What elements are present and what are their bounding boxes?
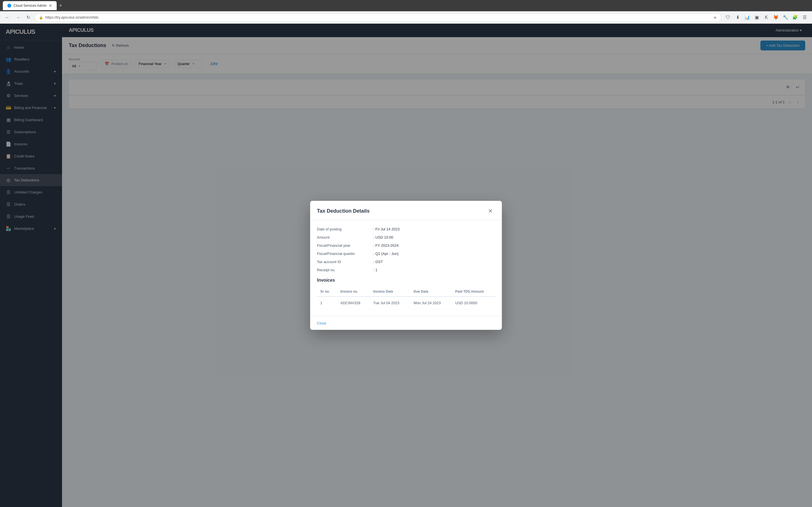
detail-label-amount: Amount: [317, 235, 373, 239]
td-due-date: Mon Jul 24 2023: [410, 297, 452, 309]
td-invoice-no: ADCINV328: [337, 297, 370, 309]
invoice-table-body: 1 ADCINV328 Tue Jul 04 2023 Mon Jul 24 2…: [317, 297, 495, 309]
browser-tab[interactable]: Cloud Services Admin ✕: [3, 1, 57, 10]
detail-value-fiscal-year: : FY 2023-2024: [373, 243, 398, 247]
settings-icon[interactable]: 🔧: [781, 13, 790, 21]
extension-icon[interactable]: 🦊: [772, 13, 780, 21]
sidebar-toggle-icon[interactable]: 📊: [743, 13, 751, 21]
th-due-date: Due Date: [410, 287, 452, 297]
th-sr-no: Sr no.: [317, 287, 337, 297]
modal-body: Date of posting : Fri Jul 14 2023 Amount…: [310, 220, 502, 316]
invoice-table: Sr no. Invoice no. Invoice Date Due Date…: [317, 287, 495, 309]
browser-toolbar: ← → ↻ 🔒 https://try.apiculus.io/admin/#/…: [0, 11, 812, 24]
tax-deduction-modal: Tax Deduction Details ✕ Date of posting …: [310, 201, 502, 330]
detail-label-fiscal-quarter: Fiscal/Financial quarter: [317, 251, 373, 256]
modal-footer: Close: [310, 316, 502, 330]
detail-row-tax-account-id: Tax account ID : GST: [317, 260, 495, 264]
download-icon[interactable]: ⬇: [733, 13, 742, 21]
nav-forward-button[interactable]: →: [14, 14, 22, 21]
invoice-row: 1 ADCINV328 Tue Jul 04 2023 Mon Jul 24 2…: [317, 297, 495, 309]
modal-title: Tax Deduction Details: [317, 208, 370, 214]
detail-row-receipt-no: Receipt no. : 1: [317, 268, 495, 272]
invoices-title: Invoices: [317, 278, 495, 283]
th-paid-tds: Paid TDS Amount: [452, 287, 495, 297]
detail-value-amount: : USD 10.00: [373, 235, 393, 239]
invoice-table-header: Sr no. Invoice no. Invoice Date Due Date…: [317, 287, 495, 297]
tab-title: Cloud Services Admin: [13, 4, 47, 8]
modal-overlay[interactable]: Tax Deduction Details ✕ Date of posting …: [0, 24, 812, 507]
nav-refresh-button[interactable]: ↻: [25, 13, 32, 21]
profile-icon[interactable]: K: [762, 13, 770, 21]
th-invoice-date: Invoice Date: [370, 287, 410, 297]
detail-label-receipt-no: Receipt no.: [317, 268, 373, 272]
detail-value-date-posting: : Fri Jul 14 2023: [373, 227, 400, 231]
url-text: https://try.apiculus.io/admin/#/tds: [45, 15, 711, 19]
detail-value-tax-account-id: : GST: [373, 260, 383, 264]
modal-header: Tax Deduction Details ✕: [310, 201, 502, 220]
detail-row-fiscal-year: Fiscal/Financial year : FY 2023-2024: [317, 243, 495, 247]
detail-label-tax-account-id: Tax account ID: [317, 260, 373, 264]
invoices-section: Invoices Sr no. Invoice no. Invoice Date…: [317, 278, 495, 309]
menu-icon[interactable]: ☰: [801, 13, 809, 21]
reader-icon[interactable]: ▣: [753, 13, 761, 21]
browser-chrome: Cloud Services Admin ✕ +: [0, 0, 812, 11]
detail-value-fiscal-quarter: : Q1 (Apr - Jun): [373, 251, 399, 256]
detail-label-fiscal-year: Fiscal/Financial year: [317, 243, 373, 247]
detail-value-receipt-no: : 1: [373, 268, 377, 272]
td-paid-tds: USD 10.0000: [452, 297, 495, 309]
modal-close-button[interactable]: ✕: [486, 207, 495, 216]
detail-label-date-posting: Date of posting: [317, 227, 373, 231]
th-invoice-no: Invoice no.: [337, 287, 370, 297]
address-bar[interactable]: 🔒 https://try.apiculus.io/admin/#/tds ★: [35, 13, 721, 22]
tab-favicon: [7, 4, 11, 8]
tab-close-button[interactable]: ✕: [49, 3, 52, 8]
td-sr: 1: [317, 297, 337, 309]
toolbar-icons: 🛡 ⬇ 📊 ▣ K 🦊 🔧 🧩 ☰: [724, 13, 809, 21]
modal-close-link[interactable]: Close: [317, 321, 326, 325]
pocket-icon[interactable]: 🛡: [724, 13, 732, 21]
new-tab-button[interactable]: +: [59, 3, 62, 9]
detail-row-amount: Amount : USD 10.00: [317, 235, 495, 239]
extensions-icon[interactable]: 🧩: [791, 13, 799, 21]
detail-row-date-posting: Date of posting : Fri Jul 14 2023: [317, 227, 495, 231]
nav-back-button[interactable]: ←: [3, 14, 11, 21]
detail-row-fiscal-quarter: Fiscal/Financial quarter : Q1 (Apr - Jun…: [317, 251, 495, 256]
td-invoice-date: Tue Jul 04 2023: [370, 297, 410, 309]
